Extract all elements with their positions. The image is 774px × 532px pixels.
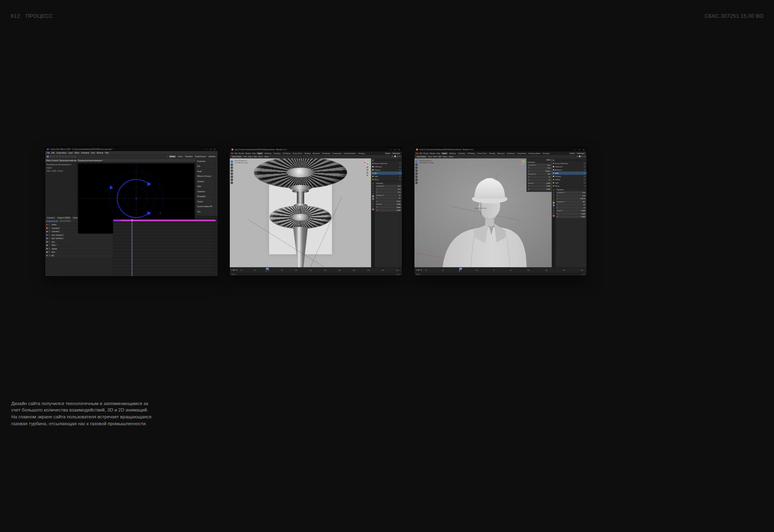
workspace-tab[interactable]: Libraries	[208, 156, 216, 158]
field-value[interactable]: 0°	[584, 207, 585, 209]
panel-tab[interactable]: Properties	[196, 159, 218, 164]
transform-field[interactable]: Y 0 m	[527, 167, 551, 170]
transform-field[interactable]: Y 0°	[556, 204, 586, 206]
object-props-icon[interactable]	[372, 195, 374, 197]
menu-item[interactable]: Effect	[75, 152, 79, 154]
scale-tool-icon[interactable]	[231, 172, 233, 175]
workspace-tab[interactable]: Texture Paint	[292, 152, 303, 154]
object-name[interactable]: Collection	[555, 166, 583, 168]
field-value[interactable]: 1.000	[546, 182, 550, 184]
selection-tool-icon[interactable]	[47, 156, 49, 158]
object-name[interactable]: Plane	[555, 185, 583, 187]
field-value[interactable]: 90°	[583, 201, 585, 203]
transform-field[interactable]: Scale X 1.000	[376, 203, 402, 206]
layer-name[interactable]: фон	[52, 251, 55, 253]
minimize-icon[interactable]: —	[205, 148, 208, 150]
layer-name[interactable]: круг	[52, 241, 55, 243]
pen-tool-icon[interactable]	[62, 156, 64, 158]
layer-color-chip[interactable]	[46, 228, 48, 229]
field-value[interactable]: 1.000	[546, 188, 550, 190]
panel-tab[interactable]: Paragraph	[196, 194, 218, 200]
data-props-icon[interactable]	[553, 212, 555, 214]
workspace-tab[interactable]: Shading	[489, 152, 496, 154]
menu-item[interactable]: Layer	[69, 152, 73, 154]
close-icon[interactable]: ✕	[213, 148, 216, 150]
transform-field[interactable]: Y 0°	[376, 197, 402, 200]
outliner-item[interactable]: Camera	[371, 168, 402, 172]
layer-color-chip[interactable]	[46, 231, 48, 232]
field-value[interactable]: 1.04 m	[545, 170, 550, 172]
object-name[interactable]: Scene Collection	[375, 162, 399, 164]
output-props-icon[interactable]	[372, 185, 374, 187]
timeline-playhead[interactable]: 52	[266, 268, 266, 272]
project-item[interactable]: сфера	[45, 166, 77, 169]
transform-field[interactable]: Y 0 m	[556, 194, 586, 197]
x-axis-icon[interactable]	[364, 162, 366, 164]
panel-tab[interactable]: Character	[196, 189, 218, 194]
workspace-tab[interactable]: Compositing	[516, 152, 526, 154]
panel-tab[interactable]: Tracker	[196, 199, 218, 204]
close-icon[interactable]: ✕	[397, 149, 400, 151]
layer-row[interactable]: 9 фон	[45, 251, 113, 254]
transform-field[interactable]: Z 0°	[527, 179, 551, 182]
modifier-props-icon[interactable]	[372, 198, 374, 200]
object-name[interactable]: helmet	[555, 179, 583, 181]
field-value[interactable]: 0°	[549, 179, 550, 181]
object-name[interactable]: Scene Collection	[555, 162, 583, 164]
panel-tab[interactable]: Audio	[196, 169, 218, 174]
workspace-tab[interactable]: UV Editing	[467, 152, 476, 154]
transform-field[interactable]: Location X 0 m	[556, 191, 586, 194]
menu-item[interactable]: Edit	[235, 152, 237, 154]
menu-item[interactable]: View	[91, 152, 95, 154]
outliner-item[interactable]: Scene Collection	[552, 162, 587, 165]
workspace-tab[interactable]: Sculpting	[458, 152, 465, 154]
outliner-item[interactable]: Light	[371, 175, 402, 178]
menu-item[interactable]: File	[231, 152, 233, 154]
field-value[interactable]: 1.000	[396, 206, 400, 208]
physics-props-icon[interactable]	[372, 201, 374, 203]
eye-icon[interactable]	[584, 172, 586, 174]
minimize-icon[interactable]: —	[574, 149, 577, 151]
transform-field[interactable]: Location X 0 m	[527, 164, 551, 166]
mode-dropdown[interactable]: Object Mode	[231, 156, 242, 158]
object-name[interactable]: Camera	[375, 169, 399, 171]
outliner-item[interactable]: Collection	[552, 165, 587, 168]
close-icon[interactable]: ✕	[582, 149, 585, 151]
transform-field[interactable]: Z 1.000	[527, 188, 551, 191]
current-timecode[interactable]: 0;00;04;23	[46, 220, 58, 222]
outliner-item[interactable]: body	[552, 172, 587, 175]
transform-field[interactable]: Z 0°	[556, 206, 586, 209]
blender-titlebar[interactable]: gas [C:\Users\User\Desktop\GROUND\gas.bl…	[230, 148, 402, 152]
transform-panel-title[interactable]: Transform	[376, 183, 402, 185]
minimize-icon[interactable]: —	[389, 149, 392, 151]
transform-field[interactable]: Z 1.04 m	[556, 197, 586, 200]
layer-color-chip[interactable]	[46, 251, 48, 253]
menu-item[interactable]: Help	[437, 152, 440, 154]
object-name[interactable]: gas	[375, 172, 399, 174]
3d-viewport[interactable]: User Perspective (1) Collection | gas	[230, 158, 371, 268]
z-axis-icon[interactable]	[367, 163, 368, 165]
navigation-gizmo[interactable]	[364, 160, 369, 165]
outliner-item[interactable]: Plane	[371, 178, 402, 181]
navigation-gizmo[interactable]	[520, 160, 526, 165]
frame-ruler[interactable]: 20406080100120140160180200220240	[239, 269, 400, 271]
wireframe-shading-icon[interactable]	[392, 156, 393, 157]
eye-icon[interactable]	[399, 172, 401, 174]
select-box-tool-icon[interactable]	[231, 160, 233, 163]
eye-icon[interactable]	[399, 179, 401, 181]
menu-item[interactable]: Render	[239, 152, 244, 154]
object-name[interactable]: Plane	[375, 179, 399, 181]
world-props-icon[interactable]	[553, 199, 555, 201]
y-axis-icon[interactable]	[523, 160, 525, 162]
material-shading-icon[interactable]	[397, 156, 398, 157]
scale-tool-icon[interactable]	[415, 172, 418, 175]
workspace-tab[interactable]: Scripting	[542, 152, 550, 154]
measure-tool-icon[interactable]	[415, 182, 418, 184]
transform-tool-icon[interactable]	[231, 176, 233, 178]
timeline[interactable]: ⏮ ▶ ⏭ 20406080100120140160180200220240 5…	[230, 268, 402, 273]
panel-tab[interactable]: Effects & Presets	[196, 174, 218, 179]
layer-row[interactable]: 5 круг пунктир 1	[45, 237, 113, 241]
panel-tab[interactable]: Content-Aware Fill	[196, 204, 218, 210]
play-icon[interactable]: ▶	[418, 269, 420, 271]
scene-selector[interactable]: Scene	[385, 152, 391, 154]
